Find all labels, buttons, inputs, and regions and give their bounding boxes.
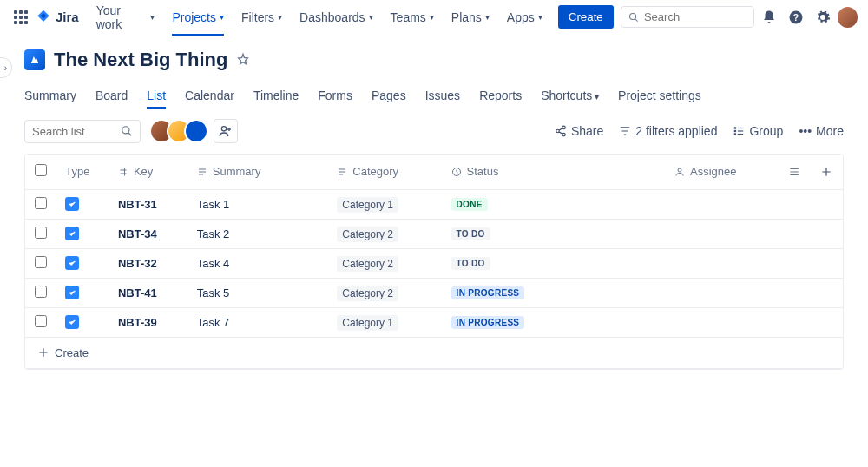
create-row: Create xyxy=(25,337,843,368)
nav-item-your-work[interactable]: Your work▾ xyxy=(89,3,162,31)
svg-rect-11 xyxy=(734,133,736,135)
global-search[interactable] xyxy=(621,6,754,28)
svg-point-0 xyxy=(629,13,635,19)
column-category[interactable]: Category xyxy=(328,155,442,189)
svg-line-5 xyxy=(128,133,132,136)
jira-logo[interactable]: Jira xyxy=(35,9,79,26)
filter-icon xyxy=(619,125,631,137)
notifications-icon[interactable] xyxy=(758,5,781,30)
nav-item-teams[interactable]: Teams▾ xyxy=(384,3,441,31)
share-label: Share xyxy=(571,124,603,138)
add-column-button[interactable] xyxy=(812,155,843,189)
tab-issues[interactable]: Issues xyxy=(425,83,460,108)
tab-shortcuts[interactable]: Shortcuts ▾ xyxy=(541,83,599,108)
issue-type-icon xyxy=(65,286,79,299)
tab-board[interactable]: Board xyxy=(95,83,128,108)
issue-key[interactable]: NBT-34 xyxy=(118,227,157,240)
add-people-button[interactable] xyxy=(214,119,238,143)
status-lozenge[interactable]: DONE xyxy=(451,198,488,211)
status-lozenge[interactable]: IN PROGRESS xyxy=(451,316,525,329)
create-issue-inline[interactable]: Create xyxy=(37,346,831,359)
category-lozenge[interactable]: Category 2 xyxy=(337,227,398,242)
svg-line-1 xyxy=(635,18,637,21)
table-row[interactable]: NBT-31Task 1Category 1DONE xyxy=(25,189,843,219)
nav-item-projects[interactable]: Projects▾ xyxy=(165,3,231,31)
svg-point-4 xyxy=(122,127,129,134)
list-search[interactable] xyxy=(24,120,141,143)
nav-item-plans[interactable]: Plans▾ xyxy=(444,3,496,31)
column-key[interactable]: Key xyxy=(109,155,188,189)
tab-forms[interactable]: Forms xyxy=(318,83,352,108)
row-checkbox[interactable] xyxy=(35,227,47,239)
settings-icon[interactable] xyxy=(811,5,834,30)
jira-logo-icon xyxy=(35,9,52,26)
issue-key[interactable]: NBT-41 xyxy=(118,286,157,299)
row-checkbox[interactable] xyxy=(35,256,47,268)
status-lozenge[interactable]: TO DO xyxy=(451,257,490,270)
column-checkbox xyxy=(25,155,56,189)
global-search-input[interactable] xyxy=(644,10,746,23)
row-checkbox[interactable] xyxy=(35,315,47,327)
avatar[interactable] xyxy=(184,119,208,143)
column-actions[interactable] xyxy=(779,155,811,189)
list-icon xyxy=(197,167,207,177)
help-icon[interactable]: ? xyxy=(784,5,807,30)
table-row[interactable]: NBT-32Task 4Category 2TO DO xyxy=(25,248,843,278)
share-button[interactable]: Share xyxy=(555,124,603,138)
status-lozenge[interactable]: IN PROGRESS xyxy=(451,286,525,299)
svg-point-6 xyxy=(221,127,226,131)
tab-pages[interactable]: Pages xyxy=(372,83,406,108)
category-lozenge[interactable]: Category 2 xyxy=(337,256,398,272)
tab-summary[interactable]: Summary xyxy=(24,83,76,108)
project-header: The Next Big Thing SummaryBoardListCalen… xyxy=(0,35,868,109)
tab-timeline[interactable]: Timeline xyxy=(253,83,299,108)
app-switcher-icon[interactable] xyxy=(10,7,31,28)
row-checkbox[interactable] xyxy=(35,197,47,209)
column-assignee[interactable]: Assignee xyxy=(666,155,779,189)
list-search-input[interactable] xyxy=(32,125,110,138)
more-button[interactable]: ••• More xyxy=(799,124,844,138)
issue-key[interactable]: NBT-39 xyxy=(118,316,157,329)
plus-icon xyxy=(37,346,49,358)
project-tabs: SummaryBoardListCalendarTimelineFormsPag… xyxy=(24,83,868,109)
table-row[interactable]: NBT-34Task 2Category 2TO DO xyxy=(25,219,843,248)
nav-item-filters[interactable]: Filters▾ xyxy=(234,3,289,31)
create-button[interactable]: Create xyxy=(558,5,614,29)
issue-type-icon xyxy=(65,315,79,329)
select-all-checkbox[interactable] xyxy=(35,164,47,176)
status-lozenge[interactable]: TO DO xyxy=(451,227,490,240)
assignee-filter xyxy=(149,119,238,143)
issue-type-icon xyxy=(65,227,79,240)
category-lozenge[interactable]: Category 2 xyxy=(337,286,398,301)
issues-table: Type Key Summary Category Status Assigne… xyxy=(24,154,844,370)
issue-summary[interactable]: Task 5 xyxy=(197,286,230,299)
column-summary[interactable]: Summary xyxy=(188,155,329,189)
issue-summary[interactable]: Task 2 xyxy=(197,227,230,240)
filters-button[interactable]: 2 filters applied xyxy=(619,124,717,138)
category-lozenge[interactable]: Category 1 xyxy=(337,197,398,213)
issue-summary[interactable]: Task 1 xyxy=(197,198,230,211)
category-lozenge[interactable]: Category 1 xyxy=(337,315,398,331)
nav-item-apps[interactable]: Apps▾ xyxy=(500,3,549,31)
table-row[interactable]: NBT-39Task 7Category 1IN PROGRESS xyxy=(25,307,843,337)
table-row[interactable]: NBT-41Task 5Category 2IN PROGRESS xyxy=(25,278,843,307)
tab-project-settings[interactable]: Project settings xyxy=(618,83,701,108)
user-avatar[interactable] xyxy=(838,7,858,28)
issue-summary[interactable]: Task 4 xyxy=(197,257,230,270)
top-navigation: Jira Your work▾Projects▾Filters▾Dashboar… xyxy=(0,0,868,35)
issue-key[interactable]: NBT-32 xyxy=(118,257,157,270)
issue-summary[interactable]: Task 7 xyxy=(197,316,230,329)
column-status[interactable]: Status xyxy=(443,155,666,189)
more-label: More xyxy=(816,124,844,138)
column-type[interactable]: Type xyxy=(56,155,109,189)
tab-reports[interactable]: Reports xyxy=(479,83,522,108)
group-button[interactable]: Group xyxy=(733,124,783,138)
tab-calendar[interactable]: Calendar xyxy=(185,83,234,108)
project-icon xyxy=(24,49,45,70)
project-title: The Next Big Thing xyxy=(54,49,227,71)
issue-key[interactable]: NBT-31 xyxy=(118,198,157,211)
nav-item-dashboards[interactable]: Dashboards▾ xyxy=(293,3,380,31)
project-star-icon[interactable] xyxy=(236,53,250,67)
tab-list[interactable]: List xyxy=(147,83,166,108)
row-checkbox[interactable] xyxy=(35,286,47,298)
